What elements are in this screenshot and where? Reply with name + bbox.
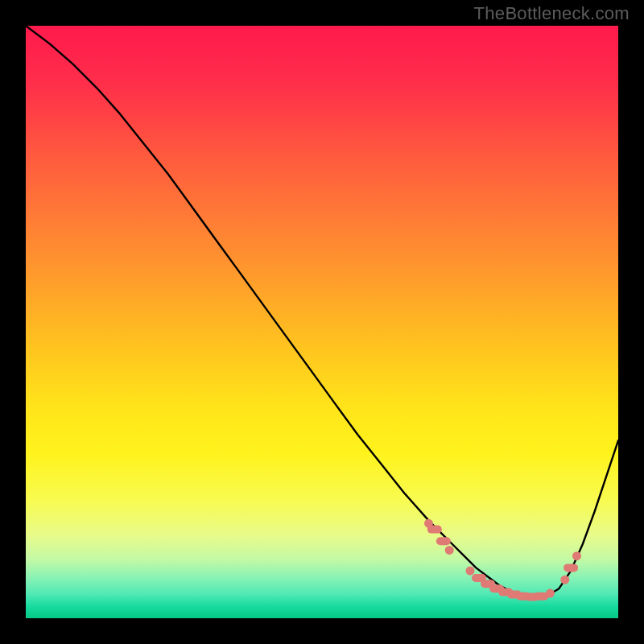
- curve-marker-dot: [466, 567, 475, 576]
- curve-marker-dash: [564, 564, 578, 572]
- curve-marker-dot: [445, 546, 454, 555]
- curve-marker-dot: [572, 551, 581, 560]
- curve-marker-dot: [546, 589, 555, 598]
- watermark-text: TheBottleneck.com: [474, 3, 630, 24]
- curve-marker-dash: [427, 526, 442, 534]
- bottleneck-curve: [26, 26, 618, 597]
- chart-stage: TheBottleneck.com: [0, 0, 644, 644]
- curve-marker-dot: [560, 576, 569, 584]
- chart-svg: [26, 26, 618, 618]
- curve-marker-dash: [436, 537, 451, 545]
- plot-area: [26, 26, 618, 618]
